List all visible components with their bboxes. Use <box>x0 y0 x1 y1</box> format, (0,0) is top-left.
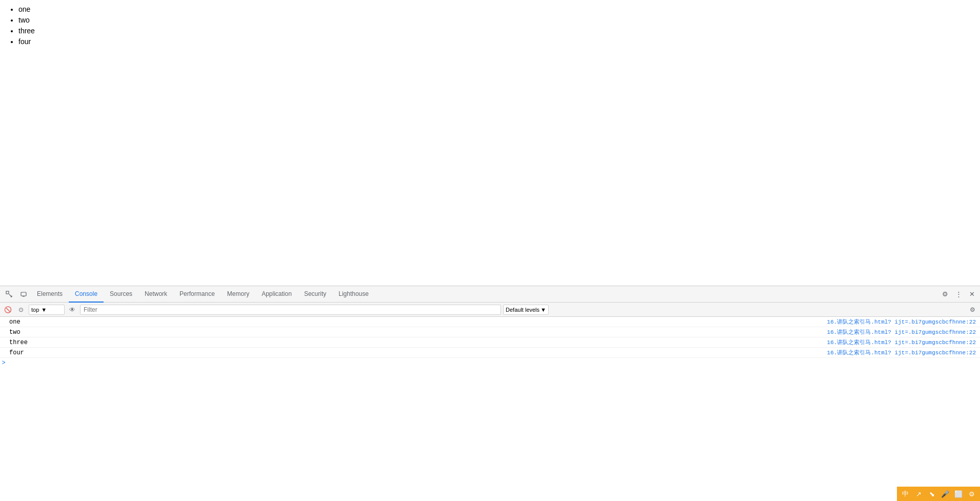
status-icon-arrow-down[interactable]: ⬊ <box>927 489 937 499</box>
svg-rect-1 <box>21 292 26 296</box>
console-toolbar: 🚫 ⊙ top ▼ 👁 Default levels ▼ ⚙ <box>0 303 980 317</box>
console-row-text: three <box>7 339 827 346</box>
chevron-down-icon: ▼ <box>541 307 546 313</box>
tab-security[interactable]: Security <box>298 286 332 303</box>
list-item: one <box>18 4 972 15</box>
chevron-down-icon: ▼ <box>41 307 47 313</box>
console-output: one16.讲队之索引马.html? ijt=.bi7gumgscbcfhnne… <box>0 317 980 501</box>
status-icon-mic[interactable]: 🎤 <box>940 489 950 499</box>
main-content: onetwothreefour <box>0 0 980 286</box>
list-item: two <box>18 15 972 26</box>
status-icon-zh[interactable]: 中 <box>900 489 910 499</box>
tab-memory[interactable]: Memory <box>221 286 255 303</box>
tab-sources[interactable]: Sources <box>104 286 138 303</box>
status-bar: 中 ↗ ⬊ 🎤 ⬜ ⚙ <box>897 487 980 501</box>
svg-rect-2 <box>23 296 25 297</box>
list-item: four <box>18 36 972 47</box>
console-prompt-row: > <box>0 358 980 368</box>
device-toolbar-icon[interactable] <box>16 287 31 302</box>
clear-console-icon[interactable]: 🚫 <box>2 304 13 315</box>
settings-icon[interactable]: ⚙ <box>939 288 951 300</box>
console-row-link[interactable]: 16.讲队之索引马.html? ijt=.bi7gumgscbcfhnne:22 <box>827 328 980 336</box>
default-levels-selector[interactable]: Default levels ▼ <box>503 305 549 315</box>
tab-network[interactable]: Network <box>138 286 173 303</box>
console-settings-icon[interactable]: ⚙ <box>967 304 978 315</box>
console-row: three16.讲队之索引马.html? ijt=.bi7gumgscbcfhn… <box>0 337 980 348</box>
console-row: four16.讲队之索引马.html? ijt=.bi7gumgscbcfhnn… <box>0 348 980 358</box>
tab-performance[interactable]: Performance <box>173 286 221 303</box>
console-row-text: one <box>7 318 827 326</box>
console-row: one16.讲队之索引马.html? ijt=.bi7gumgscbcfhnne… <box>0 317 980 327</box>
console-row-text: four <box>7 349 827 356</box>
status-icon-square[interactable]: ⬜ <box>953 489 964 499</box>
devtools-actions: ⚙ ⋮ ✕ <box>939 288 978 300</box>
console-row-text: two <box>7 329 827 336</box>
console-prompt-indicator: > <box>0 359 7 367</box>
console-row-link[interactable]: 16.讲队之索引马.html? ijt=.bi7gumgscbcfhnne:22 <box>827 338 980 346</box>
context-selector[interactable]: top ▼ <box>29 305 65 315</box>
console-row: two16.讲队之索引马.html? ijt=.bi7gumgscbcfhnne… <box>0 327 980 337</box>
tab-elements[interactable]: Elements <box>31 286 69 303</box>
close-devtools-icon[interactable]: ✕ <box>966 288 978 300</box>
tab-application[interactable]: Application <box>255 286 298 303</box>
preserve-log-icon[interactable]: ⊙ <box>15 304 27 315</box>
console-row-link[interactable]: 16.讲队之索引马.html? ijt=.bi7gumgscbcfhnne:22 <box>827 349 980 356</box>
page-list: onetwothreefour <box>8 4 972 47</box>
list-item: three <box>18 26 972 36</box>
inspect-element-icon[interactable] <box>2 287 16 302</box>
status-icon-arrow-up[interactable]: ↗ <box>913 489 924 499</box>
eye-icon[interactable]: 👁 <box>67 304 78 315</box>
console-filter-input[interactable] <box>80 305 501 315</box>
tab-lighthouse[interactable]: Lighthouse <box>332 286 375 303</box>
devtools-panel: Elements Console Sources Network Perform… <box>0 286 980 501</box>
more-options-icon[interactable]: ⋮ <box>952 288 965 300</box>
status-icon-gear[interactable]: ⚙ <box>967 489 977 499</box>
console-row-link[interactable]: 16.讲队之索引马.html? ijt=.bi7gumgscbcfhnne:22 <box>827 318 980 326</box>
devtools-tabs-bar: Elements Console Sources Network Perform… <box>0 286 980 303</box>
tab-console[interactable]: Console <box>69 286 104 303</box>
svg-rect-0 <box>6 291 9 294</box>
